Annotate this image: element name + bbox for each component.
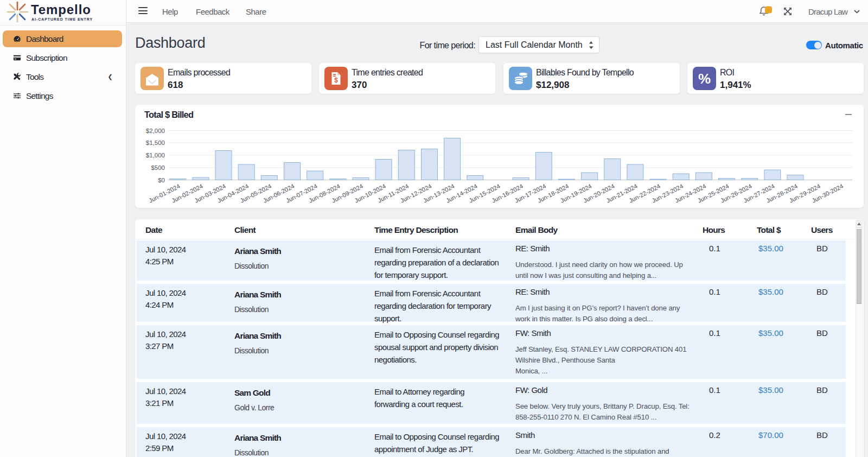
svg-text:%: % (698, 71, 711, 87)
svg-text:$1,000: $1,000 (146, 152, 165, 158)
svg-text:$: $ (334, 77, 338, 84)
svg-text:$1,500: $1,500 (146, 139, 165, 146)
svg-text:$2,000: $2,000 (146, 128, 165, 134)
svg-text:$500: $500 (151, 164, 165, 171)
svg-text:$0: $0 (158, 177, 165, 183)
